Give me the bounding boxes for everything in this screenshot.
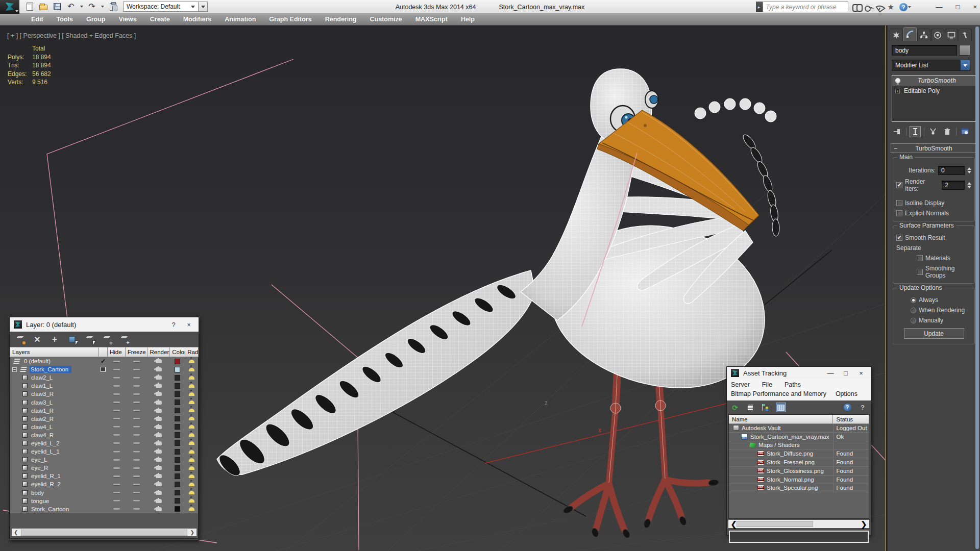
freeze-toggle[interactable] bbox=[126, 402, 148, 403]
dialog-maximize-button[interactable]: □ bbox=[840, 369, 851, 377]
layer-color-cell[interactable] bbox=[170, 457, 185, 463]
asset-menu-item[interactable]: Options bbox=[836, 389, 857, 398]
layer-row[interactable]: eye_R ✓ bbox=[10, 464, 198, 472]
render-toggle[interactable] bbox=[148, 359, 170, 363]
menu-item[interactable]: MAXScript bbox=[409, 16, 454, 23]
radiosity-toggle[interactable] bbox=[185, 458, 198, 462]
layer-color-cell[interactable] bbox=[170, 498, 185, 504]
render-iters-field[interactable]: 2 bbox=[942, 181, 965, 190]
radiosity-toggle[interactable] bbox=[185, 409, 198, 412]
tab-hierarchy[interactable] bbox=[917, 29, 930, 41]
layer-row[interactable]: claw3_R ✓ bbox=[10, 390, 198, 398]
dialog-minimize-button[interactable]: — bbox=[825, 369, 836, 377]
render-toggle[interactable] bbox=[148, 466, 170, 470]
layer-color-cell[interactable] bbox=[170, 440, 185, 446]
render-iters-checkbox[interactable] bbox=[896, 182, 902, 188]
freeze-toggle[interactable] bbox=[126, 377, 148, 379]
column-check[interactable] bbox=[99, 347, 108, 357]
asset-name[interactable]: Autodesk Vault bbox=[742, 425, 781, 431]
object-name-field[interactable]: body bbox=[892, 45, 957, 56]
layer-name[interactable]: claw3_L bbox=[31, 399, 53, 406]
layer-name[interactable]: claw1_R bbox=[31, 408, 54, 414]
rollout-header[interactable]: − TurboSmooth bbox=[891, 143, 977, 153]
asset-name[interactable]: Stork_Cartoon_max_vray.max bbox=[750, 434, 829, 440]
table-view-button[interactable] bbox=[776, 403, 786, 412]
layer-color-cell[interactable] bbox=[170, 399, 185, 405]
workspace-selector[interactable]: Workspace: Default bbox=[123, 2, 208, 12]
radiosity-toggle[interactable] bbox=[185, 483, 198, 486]
asset-name[interactable]: Stork_Normal.png bbox=[767, 477, 814, 483]
layer-color-cell[interactable] bbox=[170, 424, 185, 430]
modifier-icon[interactable] bbox=[895, 78, 900, 83]
hide-toggle[interactable] bbox=[108, 508, 126, 510]
layer-color-cell[interactable] bbox=[170, 490, 185, 495]
redo-button[interactable]: ↷ bbox=[87, 2, 97, 11]
list-view-button[interactable] bbox=[745, 403, 755, 412]
layer-name[interactable]: claw4_L bbox=[31, 424, 53, 430]
path-help-button[interactable]: ? bbox=[857, 403, 868, 412]
asset-row[interactable]: Stork_Specular.png Found bbox=[729, 484, 869, 493]
scroll-right-arrow[interactable]: ❯ bbox=[861, 519, 867, 529]
layer-color-cell[interactable] bbox=[170, 416, 185, 421]
render-toggle[interactable] bbox=[148, 392, 170, 396]
hide-toggle[interactable] bbox=[108, 484, 126, 485]
render-toggle[interactable] bbox=[148, 499, 170, 503]
layer-row[interactable]: eye_L ✓ bbox=[10, 456, 198, 464]
modifier-stack-row[interactable]: + Editable Poly bbox=[892, 86, 975, 96]
asset-menu-item[interactable]: Server bbox=[731, 380, 750, 389]
layer-color-cell[interactable] bbox=[170, 383, 185, 389]
save-file-button[interactable] bbox=[52, 2, 62, 11]
freeze-toggle[interactable] bbox=[126, 434, 148, 436]
freeze-toggle[interactable] bbox=[126, 475, 148, 477]
make-unique-button[interactable] bbox=[927, 126, 939, 137]
render-iters-spinner[interactable] bbox=[967, 182, 971, 188]
render-toggle[interactable] bbox=[148, 425, 170, 429]
asset-row[interactable]: Stork_Normal.png Found bbox=[729, 475, 869, 484]
freeze-toggle[interactable] bbox=[126, 459, 148, 461]
layer-name[interactable]: Stork_Cartoon bbox=[31, 506, 69, 512]
radiosity-toggle[interactable] bbox=[185, 474, 198, 478]
freeze-toggle[interactable] bbox=[126, 418, 148, 419]
current-layer-cell[interactable]: ✓ bbox=[99, 358, 108, 365]
freeze-toggle[interactable] bbox=[126, 467, 148, 469]
freeze-toggle[interactable] bbox=[126, 508, 148, 510]
freeze-toggle[interactable] bbox=[126, 361, 148, 362]
layer-color-cell[interactable] bbox=[170, 408, 185, 413]
iterations-spinner[interactable] bbox=[967, 167, 971, 173]
application-menu-button[interactable] bbox=[0, 0, 19, 14]
menu-item[interactable]: Modifiers bbox=[177, 16, 218, 23]
asset-name[interactable]: Maps / Shaders bbox=[758, 442, 800, 448]
add-to-layer-button[interactable]: + bbox=[50, 335, 60, 344]
layer-row[interactable]: claw2_R ✓ bbox=[10, 415, 198, 423]
asset-row[interactable]: Stork_Fresnel.png Found bbox=[729, 458, 869, 467]
menu-item[interactable]: Help bbox=[454, 16, 481, 23]
scrollbar-thumb[interactable] bbox=[737, 521, 813, 527]
radiosity-toggle[interactable] bbox=[185, 425, 198, 429]
column-render[interactable]: Render bbox=[148, 347, 170, 357]
layer-color-cell[interactable] bbox=[170, 465, 185, 471]
layer-name[interactable]: body bbox=[31, 490, 44, 496]
search-history-button[interactable]: ▸ bbox=[756, 2, 763, 12]
dialog-help-button[interactable]: ? bbox=[168, 321, 179, 329]
asset-horizontal-scrollbar[interactable]: ❮ ❯ bbox=[728, 520, 869, 528]
hide-toggle[interactable] bbox=[108, 434, 126, 436]
hide-toggle[interactable] bbox=[108, 410, 126, 411]
menu-item[interactable]: Tools bbox=[50, 16, 80, 23]
render-toggle[interactable] bbox=[148, 449, 170, 454]
render-toggle[interactable] bbox=[148, 409, 170, 413]
layer-name[interactable]: eyelid_R_2 bbox=[31, 481, 61, 487]
render-toggle[interactable] bbox=[148, 417, 170, 421]
minimize-button[interactable]: — bbox=[936, 3, 943, 11]
viewport-label[interactable]: [ + ] [ Perspective ] [ Shaded + Edged F… bbox=[7, 32, 136, 39]
layer-row[interactable]: eyelid_L_1 ✓ bbox=[10, 447, 198, 456]
radiosity-toggle[interactable] bbox=[185, 507, 198, 511]
layer-name[interactable]: 0 (default) bbox=[24, 358, 51, 364]
radiosity-toggle[interactable] bbox=[185, 491, 198, 494]
favorites-button[interactable]: ★ bbox=[888, 3, 894, 12]
stork-3d-model[interactable] bbox=[194, 51, 796, 551]
subscription-button[interactable] bbox=[865, 5, 872, 10]
materials-checkbox[interactable] bbox=[917, 255, 923, 261]
configure-modifier-sets-button[interactable] bbox=[960, 126, 971, 137]
scroll-left-arrow[interactable]: ❮ bbox=[14, 530, 18, 535]
layer-name[interactable]: claw2_L bbox=[31, 374, 53, 381]
